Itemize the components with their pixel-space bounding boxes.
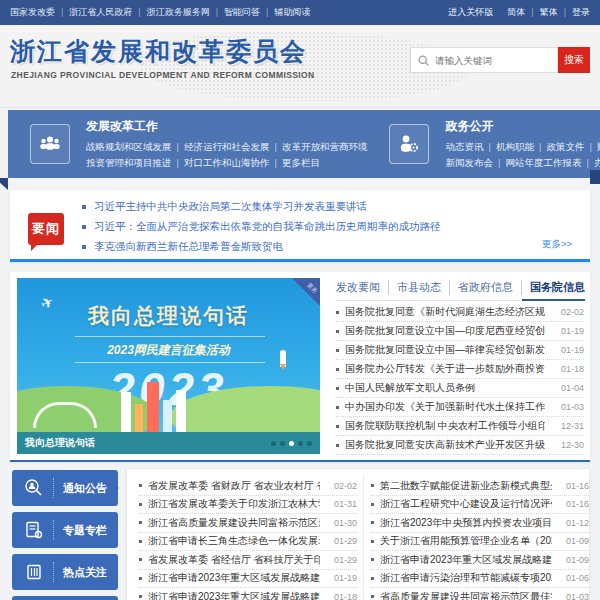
- carousel-dot[interactable]: [280, 441, 285, 446]
- notice-item-link[interactable]: 第二批数字赋能促进新业态新模式典型企业和平台...: [380, 479, 552, 493]
- news-item-link[interactable]: 国务院批复同意《新时代洞庭湖生态经济区规划》: [345, 305, 545, 319]
- bullet-icon: [139, 595, 142, 598]
- headline-link[interactable]: 习近平：全面从严治党探索出依靠党的自我革命跳出历史周期率的成功路径: [94, 220, 441, 234]
- tab-provincial-gov[interactable]: 省政府信息: [449, 280, 513, 295]
- notice-item[interactable]: 关于浙江省用能预算管理企业名单（2023年版... 01-09: [371, 533, 589, 552]
- banner-title: 我向总理说句话: [17, 302, 320, 330]
- notice-item-link[interactable]: 省发展改革委 省财政厅 省农业农村厅 省供销...: [148, 479, 320, 493]
- notice-item[interactable]: 第二批数字赋能促进新业态新模式典型企业和平台... 01-16: [371, 477, 589, 496]
- news-item-link[interactable]: 国务院联防联控机制 中央农村工作领导小组印发《加强当: [345, 419, 545, 433]
- headline-more-link[interactable]: 更多>>: [542, 238, 572, 251]
- sidebar-item-hot-topics[interactable]: 热点关注: [12, 554, 118, 590]
- document-search-icon: [24, 520, 44, 540]
- news-item[interactable]: 国务院联防联控机制 中央农村工作领导小组印发《加强当 12-31: [336, 417, 584, 436]
- headline-link[interactable]: 李克强向新西兰新任总理希普金斯致贺电: [94, 240, 283, 254]
- nav-link[interactable]: 财务信息: [584, 141, 600, 152]
- nav-link[interactable]: 新闻发布会: [445, 157, 493, 168]
- nav-link[interactable]: 投资管理和项目推进: [86, 157, 172, 168]
- notice-item[interactable]: 省发展改革委 省财政厅 省农业农村厅 省供销... 02-02: [139, 477, 357, 496]
- sidebar-item-special-topics[interactable]: 专题专栏: [12, 512, 118, 548]
- carousel-dot-active[interactable]: [289, 441, 294, 446]
- notice-item[interactable]: 浙江省申请2023年重大区域发展战略建设（长... 01-09: [371, 551, 589, 570]
- carousel-dot[interactable]: [307, 441, 312, 446]
- top-link[interactable]: 浙江政务服务网: [132, 7, 209, 17]
- notice-item-date: 01-31: [334, 499, 357, 509]
- notice-item-link[interactable]: 浙江省发展改革委关于印发浙江农林大学学生宿舍...: [148, 497, 320, 511]
- nav-link[interactable]: 对口工作和山海协作: [172, 157, 270, 168]
- top-link[interactable]: 浙江省人民政府: [55, 7, 132, 17]
- notice-item-link[interactable]: 浙江省申请污染治理和节能减碳专项2023年中...: [380, 571, 552, 585]
- nav-link[interactable]: 机构职能: [483, 141, 533, 152]
- notice-item[interactable]: 浙江省工程研究中心建设及运行情况评估结果的公... 01-16: [371, 496, 589, 515]
- tab-state-council[interactable]: 国务院信息: [521, 280, 585, 295]
- news-item-link[interactable]: 中国人民解放军文职人员条例: [345, 381, 545, 395]
- notice-item-link[interactable]: 省发展改革委 省经信厅 省科技厅关于印发浙江...: [148, 553, 320, 567]
- nav-link[interactable]: 动态资讯: [445, 141, 483, 152]
- bullet-icon: [371, 558, 374, 561]
- carousel-dot[interactable]: [298, 441, 303, 446]
- nav-link[interactable]: 经济运行和社会发展: [172, 141, 270, 152]
- nav-link[interactable]: 战略规划和区域发展: [86, 141, 172, 152]
- notice-item[interactable]: 浙江省发展改革委关于印发浙江农林大学学生宿舍... 01-31: [139, 496, 357, 515]
- bullet-icon: [336, 368, 339, 371]
- news-item-link[interactable]: 中办国办印发《关于加强新时代水土保持工作的意见》: [345, 400, 545, 414]
- notice-item[interactable]: 浙江省申请污染治理和节能减碳专项2023年中... 01-06: [371, 570, 589, 589]
- notice-item-link[interactable]: 浙江省申请2023年重大区域发展战略建设（长...: [148, 571, 320, 585]
- lang-login-link[interactable]: 登录: [558, 7, 590, 17]
- news-item-link[interactable]: 国务院办公厅转发《关于进一步鼓励外商投资设立研发中心: [345, 362, 545, 376]
- notice-item[interactable]: 省发展改革委 省经信厅 省科技厅关于印发浙江... 01-29: [139, 551, 357, 570]
- news-item[interactable]: 国务院批复同意设立中国—菲律宾经贸创新发展示范园区 01-19: [336, 341, 584, 360]
- top-utility-bar: 国家发改委浙江省人民政府浙江政务服务网智能问答辅助阅读 进入关怀版 简体繁体登录: [0, 0, 600, 25]
- news-item-link[interactable]: 国务院批复同意安庆高新技术产业开发区升级为国家高新技: [345, 438, 545, 452]
- lang-login-link[interactable]: 繁体: [525, 7, 557, 17]
- bullet-icon: [139, 558, 142, 561]
- notice-item-date: 01-16: [566, 499, 589, 509]
- top-link[interactable]: 智能问答: [210, 7, 260, 17]
- news-item[interactable]: 国务院批复同意设立中国—印度尼西亚经贸创新发展示范园 01-19: [336, 322, 584, 341]
- lang-login-link[interactable]: 简体: [507, 7, 525, 17]
- nav-link[interactable]: 网站年度工作报表: [493, 157, 581, 168]
- search-button[interactable]: 搜索: [558, 47, 590, 73]
- notice-item-link[interactable]: 浙江省2023年中央预算内投资农业项目计划公...: [380, 516, 552, 530]
- nav-group-development: 发展改革工作 战略规划和区域发展经济运行和社会发展改革开放和营商环境 投资管理和…: [8, 110, 367, 178]
- notice-item-link[interactable]: 浙江省申请2023年重大区域发展战略建设（长...: [148, 590, 320, 600]
- news-item[interactable]: 国务院办公厅转发《关于进一步鼓励外商投资设立研发中心 01-18: [336, 360, 584, 379]
- notice-item-link[interactable]: 浙江省工程研究中心建设及运行情况评估结果的公...: [380, 497, 552, 511]
- sidebar-item-policy-reading[interactable]: 政策解读: [12, 596, 118, 600]
- notice-item[interactable]: 浙江省2023年中央预算内投资农业项目计划公... 01-12: [371, 514, 589, 533]
- tab-city-county[interactable]: 市县动态: [388, 280, 441, 295]
- top-link[interactable]: 国家发改委: [10, 7, 55, 17]
- notice-item-link[interactable]: 浙江省申请长三角生态绿色一体化发展示范区20...: [148, 534, 320, 548]
- news-item[interactable]: 中国人民解放军文职人员条例 01-04: [336, 379, 584, 398]
- carousel-banner[interactable]: ✈ 要务 我向总理说句话 2023网民建言征集活动 2023 我向总理说句话: [17, 278, 320, 454]
- search-input[interactable]: [435, 55, 545, 66]
- notice-item[interactable]: 浙江省申请长三角生态绿色一体化发展示范区20... 01-29: [139, 533, 357, 552]
- sidebar-item-notices[interactable]: 通知公告: [12, 470, 118, 506]
- news-item[interactable]: 中办国办印发《关于加强新时代水土保持工作的意见》 01-03: [336, 398, 584, 417]
- top-link[interactable]: 辅助阅读: [260, 7, 310, 17]
- notice-item-link[interactable]: 浙江省高质量发展建设共同富裕示范区最佳实践（...: [148, 516, 320, 530]
- news-item[interactable]: 国务院批复同意安庆高新技术产业开发区升级为国家高新技 12-30: [336, 436, 584, 455]
- carousel-dot[interactable]: [271, 441, 276, 446]
- nav-link[interactable]: 改革开放和营商环境: [269, 141, 367, 152]
- notice-item[interactable]: 浙江省申请2023年重大区域发展战略建设（长... 01-18: [139, 588, 357, 600]
- nav-title-development[interactable]: 发展改革工作: [86, 118, 367, 135]
- notice-item[interactable]: 浙江省申请2023年重大区域发展战略建设（长... 01-19: [139, 570, 357, 589]
- nav-link[interactable]: 更多栏目: [269, 157, 319, 168]
- nav-link[interactable]: 政策文件: [534, 141, 584, 152]
- news-item-link[interactable]: 国务院批复同意设立中国—印度尼西亚经贸创新发展示范园: [345, 324, 545, 338]
- notice-item-link[interactable]: 省高质量发展建设共同富裕示范区最佳实践（第二...: [380, 590, 552, 600]
- headline-link[interactable]: 习近平主持中共中央政治局第二次集体学习并发表重要讲话: [94, 200, 367, 214]
- nav-link[interactable]: 办件统计: [581, 157, 600, 168]
- notice-item[interactable]: 省高质量发展建设共同富裕示范区最佳实践（第二... 01-03: [371, 588, 589, 600]
- notice-item[interactable]: 浙江省高质量发展建设共同富裕示范区最佳实践（... 01-30: [139, 514, 357, 533]
- notice-item-link[interactable]: 浙江省申请2023年重大区域发展战略建设（长...: [380, 553, 552, 567]
- nav-title-disclosure[interactable]: 政务公开: [445, 118, 600, 135]
- news-item[interactable]: 国务院批复同意《新时代洞庭湖生态经济区规划》 02-02: [336, 303, 584, 322]
- care-mode-link[interactable]: 进入关怀版: [448, 6, 493, 19]
- notice-item-link[interactable]: 关于浙江省用能预算管理企业名单（2023年版...: [380, 534, 552, 548]
- news-item-date: 02-02: [561, 307, 584, 317]
- news-item-date: 01-03: [561, 402, 584, 412]
- tab-fagai-news[interactable]: 发改要闻: [336, 280, 380, 295]
- news-item-link[interactable]: 国务院批复同意设立中国—菲律宾经贸创新发展示范园区: [345, 343, 545, 357]
